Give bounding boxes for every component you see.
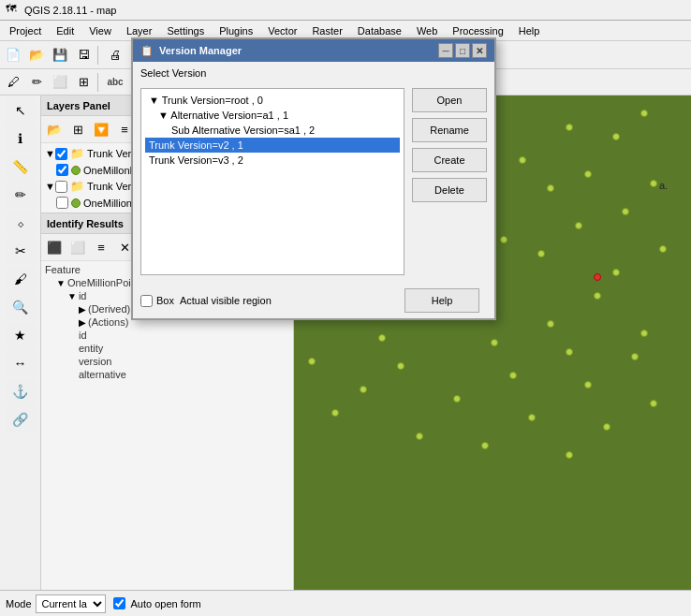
trunk-v2-label: Trunk Version=v2 , 1	[149, 139, 243, 151]
map-point	[547, 184, 554, 192]
menu-web[interactable]: Web	[409, 23, 445, 38]
sub-sa1-label: Sub Alternative Version=sa1 , 2	[171, 125, 315, 136]
attr-table-btn[interactable]: ⊞	[72, 71, 95, 94]
identify-panel-title: Identify Results	[47, 218, 124, 229]
alt-a1-arrow: ▼	[158, 110, 170, 121]
version-alt-a1[interactable]: ▼ Alternative Version=a1 , 1	[145, 108, 400, 123]
snap-tool[interactable]: 🔗	[6, 406, 36, 433]
open-version-btn[interactable]: Open	[412, 88, 487, 112]
add-layer-btn[interactable]: ⊞	[66, 118, 89, 140]
map-point	[640, 110, 648, 117]
split-tool[interactable]: ✂	[6, 238, 36, 264]
digitize-tool[interactable]: ✏	[6, 182, 36, 208]
map-point	[566, 451, 573, 459]
box-checkbox[interactable]	[140, 295, 153, 307]
filter-layer-btn[interactable]: 🔽	[90, 118, 112, 140]
dialog-footer: Box Actual visible region Help	[133, 283, 494, 318]
save-as-btn[interactable]: 🖫	[72, 44, 95, 66]
version-tree: ▼ Trunk Version=root , 0 ▼ Alternative V…	[140, 88, 404, 275]
id-expand-btn[interactable]: ⬛	[43, 236, 66, 258]
box-checkbox-container: Box	[140, 295, 174, 307]
create-version-btn[interactable]: Create	[412, 148, 487, 172]
menu-settings[interactable]: Settings	[159, 23, 212, 38]
menu-project[interactable]: Project	[2, 23, 49, 38]
identify-tool[interactable]: ℹ	[6, 125, 36, 152]
version-trunk-v2[interactable]: Trunk Version=v2 , 1	[145, 138, 400, 153]
search-tool[interactable]: 🔍	[6, 294, 36, 320]
menu-view[interactable]: View	[81, 23, 119, 38]
dialog-close-btn[interactable]: ✕	[472, 43, 487, 58]
menu-processing[interactable]: Processing	[445, 23, 510, 38]
dialog-minimize-btn[interactable]: ─	[438, 43, 453, 58]
layer-btn[interactable]: ⬜	[49, 71, 71, 94]
open-project-btn[interactable]: 📂	[25, 44, 48, 66]
map-point	[509, 372, 517, 379]
pan-tool[interactable]: ↔	[6, 350, 36, 376]
open-layer-btn[interactable]: 📂	[43, 118, 66, 140]
node-tool[interactable]: ⬦	[6, 210, 36, 236]
map-point	[659, 245, 667, 253]
bookmark-tool[interactable]: ★	[6, 322, 36, 348]
menu-raster[interactable]: Raster	[304, 23, 349, 38]
map-point	[584, 170, 592, 178]
map-point	[416, 433, 423, 440]
map-point	[566, 348, 573, 356]
map-point	[491, 339, 498, 346]
layer-2a-checkbox[interactable]	[56, 197, 68, 209]
statusbar: Mode Current la Auto open form	[0, 590, 691, 616]
menu-edit[interactable]: Edit	[49, 23, 81, 38]
map-point	[397, 362, 404, 370]
version-manager-dialog: 📋 Version Manager ─ □ ✕ Select Version ▼…	[131, 37, 496, 320]
rename-version-btn[interactable]: Rename	[412, 118, 487, 142]
menu-plugins[interactable]: Plugins	[212, 23, 260, 38]
layer-group-1-checkbox[interactable]	[55, 148, 67, 160]
actions-arrow: ▶	[79, 317, 86, 328]
auto-open-form-checkbox[interactable]	[113, 597, 125, 609]
map-point-red	[594, 273, 601, 281]
delete-version-btn[interactable]: Delete	[412, 178, 487, 202]
map-point	[331, 409, 339, 417]
menu-database[interactable]: Database	[350, 23, 409, 38]
app-title: QGIS 2.18.11 - map	[24, 5, 116, 16]
region-label: Actual visible region	[180, 295, 272, 306]
id-collapse-btn[interactable]: ⬜	[66, 236, 89, 258]
layer-1a-checkbox[interactable]	[56, 164, 68, 176]
layer-group-2-checkbox[interactable]	[55, 181, 67, 193]
left-sidebar: ↖ ℹ 📏 ✏ ⬦ ✂ 🖌 🔍 ★ ↔ ⚓ 🔗	[0, 95, 41, 590]
edit-btn[interactable]: ✏	[25, 71, 48, 94]
measure-tool[interactable]: 📏	[6, 154, 36, 180]
layers-panel-title: Layers Panel	[47, 100, 110, 111]
mode-select[interactable]: Current la	[36, 594, 106, 613]
menu-help[interactable]: Help	[511, 23, 548, 38]
label-btn[interactable]: abc	[104, 71, 126, 94]
version-sub-sa1[interactable]: Sub Alternative Version=sa1 , 2	[145, 123, 400, 138]
version-trunk-v3[interactable]: Trunk Version=v3 , 2	[145, 153, 400, 168]
alt-a1-label: Alternative Version=a1 , 1	[170, 110, 288, 121]
dialog-restore-btn[interactable]: □	[455, 43, 470, 58]
map-point	[631, 353, 639, 360]
anchor-tool[interactable]: ⚓	[6, 378, 36, 404]
status-mode: Mode Current la	[6, 594, 106, 613]
layer-1a-dot	[71, 166, 81, 175]
id-view-btn[interactable]: ≡	[90, 236, 112, 258]
map-point	[481, 442, 489, 449]
new-project-btn[interactable]: 📄	[2, 44, 24, 66]
map-point	[500, 236, 507, 243]
layer-expand-icon: ▼	[45, 148, 55, 159]
dialog-select-label: Select Version	[133, 62, 494, 81]
menu-layer[interactable]: Layer	[119, 23, 160, 38]
auto-open-form-container: Auto open form	[113, 597, 201, 609]
version-tree-container: ▼ Trunk Version=root , 0 ▼ Alternative V…	[140, 88, 404, 275]
version-trunk-root[interactable]: ▼ Trunk Version=root , 0	[145, 93, 400, 108]
save-project-btn[interactable]: 💾	[49, 44, 71, 66]
select-tool[interactable]: ↖	[6, 97, 36, 124]
map-point	[566, 124, 573, 131]
derived-arrow: ▶	[79, 304, 86, 315]
menu-vector[interactable]: Vector	[260, 23, 304, 38]
id-label: id	[79, 290, 87, 301]
fill-tool[interactable]: 🖌	[6, 266, 36, 292]
identify-btn[interactable]: 🖊	[2, 71, 24, 94]
print-btn[interactable]: 🖨	[104, 44, 126, 66]
help-version-btn[interactable]: Help	[404, 288, 479, 313]
sep1	[97, 46, 101, 65]
